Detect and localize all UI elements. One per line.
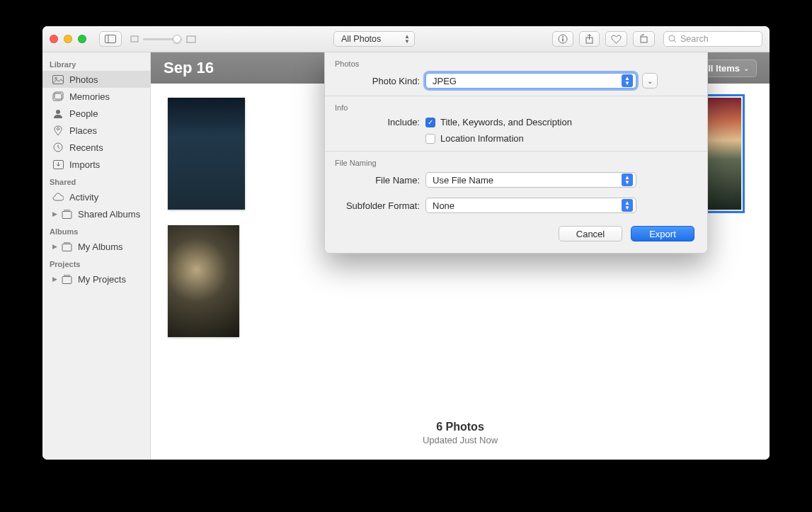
svg-rect-6 (562, 38, 564, 42)
favorite-button[interactable] (605, 31, 627, 47)
search-input[interactable]: Search (663, 31, 762, 47)
minimize-window-button[interactable] (64, 35, 72, 43)
sidebar-item-label: Imports (69, 159, 100, 170)
disclosure-icon[interactable]: ▶ (52, 243, 58, 250)
sidebar-item-label: Photos (69, 74, 98, 85)
stepper-icon: ▲▼ (622, 199, 633, 212)
cancel-button[interactable]: Cancel (559, 226, 622, 241)
photo-count: 6 Photos (151, 421, 770, 433)
sidebar-item-label: Shared Albums (78, 209, 140, 220)
close-window-button[interactable] (50, 35, 58, 43)
info-button[interactable] (552, 31, 573, 47)
export-dialog: Photos Photo Kind: JPEG ▲▼ ⌄ Info Includ… (324, 52, 708, 254)
svg-rect-24 (62, 276, 72, 283)
window-body: Library Photos Memories People Places Re… (42, 52, 770, 460)
window-controls (50, 35, 86, 43)
info-icon (558, 34, 568, 44)
album-icon (61, 241, 72, 252)
content-footer: 6 Photos Updated Just Now (151, 412, 770, 460)
svg-line-11 (674, 40, 676, 42)
svg-point-17 (57, 127, 59, 130)
photos-icon (52, 74, 64, 85)
sidebar-toggle-button[interactable] (99, 31, 122, 47)
sidebar-item-imports[interactable]: Imports (42, 156, 150, 173)
album-icon (61, 273, 72, 285)
main-content: Sep 16 selected Showing: All Items ⌄ (151, 52, 770, 460)
sidebar-item-memories[interactable]: Memories (42, 88, 150, 105)
album-icon (61, 208, 72, 220)
stepper-icon: ▲▼ (622, 173, 633, 186)
sidebar-item-shared-albums[interactable]: ▶ Shared Albums (42, 205, 150, 222)
dialog-section-photos: Photos (325, 52, 707, 70)
photo-thumbnail[interactable] (168, 98, 245, 210)
zoom-in-icon (186, 35, 196, 43)
sidebar-item-label: My Albums (78, 241, 123, 252)
share-icon (585, 34, 594, 45)
include-location-checkbox[interactable]: Location Information (425, 133, 524, 144)
sidebar-item-recents[interactable]: Recents (42, 139, 150, 156)
filename-select[interactable]: Use File Name ▲▼ (425, 172, 636, 188)
svg-rect-22 (62, 244, 72, 251)
imports-icon (52, 159, 64, 170)
include-label: Include: (335, 117, 420, 127)
filename-value: Use File Name (433, 175, 493, 186)
checkbox-checked-icon: ✓ (425, 118, 435, 127)
svg-rect-20 (62, 211, 72, 218)
photo-kind-label: Photo Kind: (335, 76, 420, 86)
date-heading: Sep 16 (164, 59, 214, 77)
svg-point-13 (55, 77, 57, 79)
thumbnail-zoom-slider[interactable] (130, 35, 196, 43)
svg-rect-0 (105, 35, 116, 43)
photo-kind-value: JPEG (433, 76, 457, 86)
chevron-down-icon: ⌄ (647, 77, 653, 85)
sidebar-item-label: Recents (69, 142, 103, 153)
search-icon (668, 35, 677, 43)
sidebar-header-library: Library (42, 55, 150, 71)
expand-options-button[interactable]: ⌄ (642, 73, 658, 89)
updated-label: Updated Just Now (151, 435, 770, 445)
chevron-down-icon: ⌄ (743, 64, 749, 72)
sidebar-item-my-projects[interactable]: ▶ My Projects (42, 271, 150, 288)
recents-icon (52, 142, 64, 153)
disclosure-icon[interactable]: ▶ (52, 210, 58, 217)
sidebar-item-activity[interactable]: Activity (42, 188, 150, 205)
svg-point-10 (669, 35, 675, 41)
people-icon (52, 108, 64, 119)
sidebar-item-places[interactable]: Places (42, 122, 150, 139)
sidebar-item-people[interactable]: People (42, 105, 150, 122)
sidebar-header-albums: Albums (42, 222, 150, 238)
fullscreen-window-button[interactable] (78, 35, 86, 43)
view-selector[interactable]: All Photos ▲▼ (333, 31, 415, 47)
rotate-button[interactable] (633, 31, 655, 47)
view-selector-value: All Photos (341, 34, 381, 44)
svg-rect-3 (187, 36, 195, 42)
svg-rect-12 (53, 75, 64, 84)
svg-point-5 (562, 36, 564, 38)
sidebar-item-photos[interactable]: Photos (42, 71, 150, 88)
places-icon (52, 125, 64, 136)
sidebar-header-projects: Projects (42, 255, 150, 271)
memories-icon (52, 91, 64, 102)
zoom-out-icon (130, 35, 139, 42)
heart-icon (611, 35, 622, 44)
rotate-icon (639, 34, 649, 44)
toolbar-right-group (552, 31, 655, 47)
dialog-section-filenaming: File Naming (325, 152, 707, 169)
sidebar-item-label: My Projects (78, 274, 126, 285)
subfolder-select[interactable]: None ▲▼ (425, 198, 636, 213)
sidebar-item-my-albums[interactable]: ▶ My Albums (42, 238, 150, 255)
disclosure-icon[interactable]: ▶ (52, 275, 58, 283)
include-title-checkbox[interactable]: ✓ Title, Keywords, and Description (425, 117, 572, 127)
share-button[interactable] (579, 31, 600, 47)
sidebar-header-shared: Shared (42, 173, 150, 188)
photo-kind-select[interactable]: JPEG ▲▼ (425, 73, 636, 89)
stepper-icon: ▲▼ (622, 74, 633, 87)
include-location-label: Location Information (440, 133, 524, 144)
photos-app-window: All Photos ▲▼ Search Library (42, 26, 770, 460)
photo-thumbnail[interactable] (168, 225, 239, 337)
export-button[interactable]: Export (631, 226, 694, 241)
titlebar: All Photos ▲▼ Search (42, 26, 770, 52)
stepper-icon: ▲▼ (404, 34, 410, 44)
include-title-label: Title, Keywords, and Description (440, 117, 572, 127)
sidebar-item-label: Memories (69, 91, 110, 102)
